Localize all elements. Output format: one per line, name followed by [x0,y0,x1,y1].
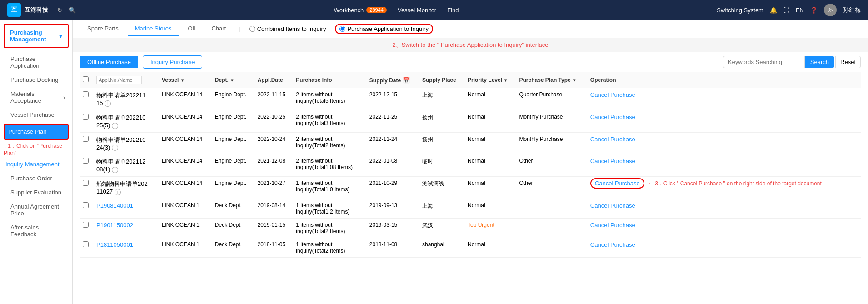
info-icon[interactable]: i [105,100,111,107]
tab-label: Spare Parts [87,25,119,32]
row-operation: Cancel Purchase [588,132,861,154]
top-nav-center: Workbench 28944 Vessel Monitor Find [76,7,717,14]
row-purchase-plan-type: Other [517,177,588,199]
sidebar-group-label: PurchasingManagement [10,29,46,43]
tab-label: Oil [188,25,195,32]
search-nav-icon[interactable]: 🔍 [69,7,76,14]
avatar[interactable]: 孙 [824,4,837,16]
radio-combined-inquiry[interactable]: Combined Items to Inquiry [249,25,326,32]
table-row: 物料申请单202211 15iLINK OCEAN 14Engine Dept.… [80,88,861,110]
tab-marine-stores[interactable]: Marine Stores [128,21,179,36]
sidebar-item-purchase-plan[interactable]: Purchase Plan [4,124,69,140]
sidebar-item-purchase-order[interactable]: Purchase Order [0,171,72,185]
cancel-purchase-button[interactable]: Cancel Purchase [590,222,635,229]
row-checkbox[interactable] [83,222,89,228]
row-vessel: LINK OCEAN 14 [159,154,212,177]
expand-icon[interactable]: ⛶ [783,7,789,14]
row-priority-level: Normal [465,199,516,219]
vessel-sort-icon[interactable]: ▾ [181,78,184,83]
sidebar-item-vessel-purchase[interactable]: Vessel Purchase [0,108,72,122]
info-icon[interactable]: i [115,189,121,195]
cancel-purchase-button[interactable]: Cancel Purchase [590,178,644,189]
tab-label: Chart [211,25,226,32]
help-icon[interactable]: ❓ [810,7,818,14]
bell-icon[interactable]: 🔔 [770,7,777,14]
row-appl-date: 2019-08-14 [255,199,294,219]
plan-type-sort-icon[interactable]: ▾ [573,78,575,83]
row-vessel: LINK OCEAN 1 [159,219,212,238]
reset-button[interactable]: Reset [835,56,861,68]
row-appl-no: 物料申请单202112 08(1)i [94,154,159,177]
cancel-purchase-button[interactable]: Cancel Purchase [590,241,635,248]
tab-divider: | [239,25,240,32]
cancel-purchase-button[interactable]: Cancel Purchase [590,202,635,209]
radio-purchase-application-input[interactable] [339,26,345,32]
priority-sort-icon[interactable]: ▾ [504,78,507,83]
radio-combined-inquiry-input[interactable] [249,26,255,32]
info-icon[interactable]: i [112,145,118,151]
row-supply-date: 2019-09-13 [367,199,419,219]
app-logo[interactable]: 互 互海科技 [7,3,48,17]
supply-date-calendar-icon[interactable]: 📅 [403,77,410,84]
row-supply-place: 武汉 [419,219,465,238]
row-vessel: LINK OCEAN 14 [159,110,212,132]
row-checkbox[interactable] [83,241,89,247]
sidebar-item-annual-agreement-price[interactable]: Annual Agreement Price [0,199,72,220]
row-checkbox[interactable] [83,202,89,208]
row-appl-no: 物料申请单202211 15i [94,88,159,110]
row-vessel: LINK OCEAN 1 [159,238,212,258]
row-checkbox[interactable] [83,158,89,164]
tab-spare-parts[interactable]: Spare Parts [80,21,126,36]
row-purchase-plan-type: Monthly Purchase [517,132,588,154]
sidebar-item-label: Purchase Docking [10,76,59,83]
sidebar-item-label: Purchase Plan [8,128,47,135]
cancel-purchase-button[interactable]: Cancel Purchase [590,136,635,143]
workbench-nav[interactable]: Workbench 28944 [334,7,387,14]
sidebar-item-label: Purchase Order [10,175,52,182]
tab-oil[interactable]: Oil [181,21,203,36]
inquiry-purchase-button[interactable]: Inquiry Purchase [143,55,203,69]
sidebar-item-purchase-application[interactable]: Purchase Application [0,52,72,73]
cancel-purchase-button[interactable]: Cancel Purchase [590,114,635,120]
row-checkbox[interactable] [83,114,89,120]
refresh-icon[interactable]: ↻ [57,7,62,14]
select-all-checkbox[interactable] [83,76,89,82]
row-operation: Cancel Purchase← 3．Click " Cancel Purcha… [588,177,861,199]
search-button[interactable]: Search [805,56,834,68]
row-checkbox-cell [80,238,94,258]
appl-no-link[interactable]: P1908140001 [96,202,133,209]
vessel-monitor-nav[interactable]: Vessel Monitor [398,7,436,14]
cancel-purchase-button[interactable]: Cancel Purchase [590,158,635,164]
info-icon[interactable]: i [112,167,118,173]
sidebar-item-label: Vessel Purchase [10,111,55,118]
sidebar-item-inquiry-management[interactable]: Inquiry Management [0,157,72,171]
table-row: P1811050001LINK OCEAN 1Deck Dept.2018-11… [80,238,861,258]
th-purchase-plan-type: Purchase Plan Type ▾ [517,72,588,88]
appl-no-link[interactable]: P1811050001 [96,241,133,248]
appl-no-filter[interactable] [96,76,142,84]
find-nav[interactable]: Find [447,7,459,14]
search-input[interactable] [723,56,805,68]
row-checkbox[interactable] [83,136,89,142]
row-supply-date: 2018-11-08 [367,238,419,258]
switching-system[interactable]: Switching System [717,7,763,14]
dept-sort-icon[interactable]: ▾ [231,78,233,83]
cancel-purchase-button[interactable]: Cancel Purchase [590,91,635,98]
info-icon[interactable]: i [112,123,118,129]
row-purchase-info: 2 items without inquiry(Total3 Items) [293,110,367,132]
sidebar-item-purchase-docking[interactable]: Purchase Docking [0,73,72,87]
appl-no-link[interactable]: P1901150002 [96,222,133,229]
tab-chart[interactable]: Chart [204,21,233,36]
th-priority-level: Priority Level ▾ [465,72,516,88]
radio-purchase-application-to-inquiry[interactable]: Purchase Application to Inquiry [335,24,433,34]
sidebar-item-supplier-evaluation[interactable]: Supplier Evaluation [0,185,72,199]
row-supply-place: 上海 [419,88,465,110]
row-appl-date: 2022-10-25 [255,110,294,132]
row-checkbox[interactable] [83,180,89,186]
sidebar-purchasing-management[interactable]: PurchasingManagement ▾ [4,24,69,48]
row-checkbox[interactable] [83,91,89,97]
sidebar-item-materials-acceptance[interactable]: Materials Acceptance › [0,87,72,108]
sidebar-item-after-sales-feedback[interactable]: After-sales Feedback [0,220,72,241]
offline-purchase-button[interactable]: Offline Purchase [80,56,138,68]
lang-select[interactable]: EN [796,7,804,14]
